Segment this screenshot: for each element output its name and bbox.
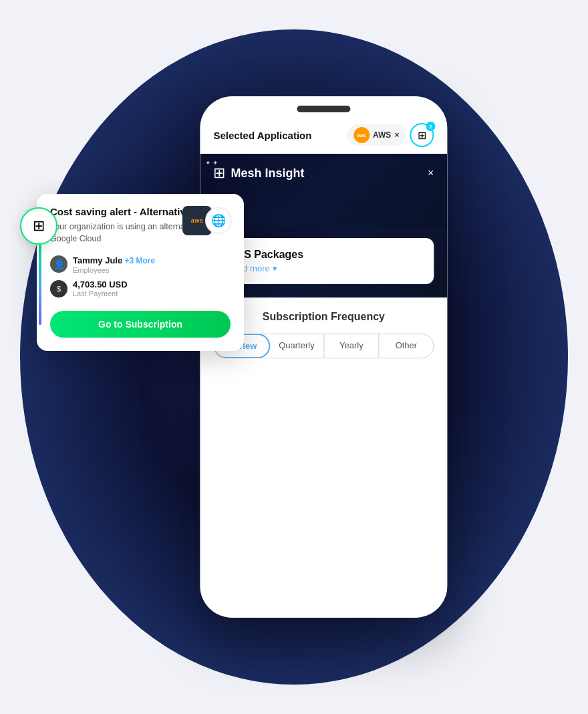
freq-tabs: Review Quarterly Yearly Other: [213, 334, 434, 358]
payment-info: 4,703.50 USD Last Payment: [73, 279, 128, 298]
card-user-name-row: Tammy Jule +3 More: [73, 254, 155, 266]
payment-amount: 4,703.50 USD: [73, 279, 128, 289]
aws-chip[interactable]: aws AWS ×: [347, 124, 406, 146]
app-chips: aws AWS × ⊞ 2: [347, 123, 434, 147]
gcloud-badge-icon: 🌐: [205, 207, 232, 234]
plus-more: +3 More: [122, 256, 155, 265]
phone-notch: [297, 106, 350, 112]
go-to-subscription-button[interactable]: Go to Subscription: [50, 311, 231, 338]
selected-app-header: Selected Application aws AWS × ⊞ 2: [200, 112, 447, 154]
aws-chip-label: AWS: [373, 130, 391, 140]
freq-tab-other[interactable]: Other: [379, 334, 433, 358]
chevron-down-icon: ▾: [273, 263, 277, 273]
subscription-freq-title: Subscription Frequency: [213, 311, 434, 323]
selected-app-title: Selected Application: [213, 130, 311, 141]
app-stack-icon[interactable]: ⊞ 2: [410, 123, 434, 147]
user-role: Employees: [73, 266, 155, 274]
card-payment-row: $ 4,703.50 USD Last Payment: [50, 279, 231, 298]
user-info: Tammy Jule +3 More Employees: [73, 254, 155, 274]
left-stack-icon: ⊞: [33, 217, 45, 235]
aws-badge-label: aws: [191, 217, 204, 224]
scene: Selected Application aws AWS × ⊞ 2: [0, 0, 588, 714]
mesh-close-button[interactable]: ×: [428, 167, 434, 179]
aws-logo-icon: aws: [353, 127, 370, 143]
card-user-row: 👤 Tammy Jule +3 More Employees: [50, 254, 231, 274]
chip-close[interactable]: ×: [394, 130, 399, 140]
user-avatar-icon: 👤: [50, 255, 67, 273]
mesh-title-row: ⊞ Mesh Insight: [213, 164, 304, 182]
mesh-title: Mesh Insight: [231, 166, 304, 181]
stack-badge: 2: [426, 122, 435, 131]
phone-frame: Selected Application aws AWS × ⊞ 2: [200, 96, 447, 618]
phone-content: Selected Application aws AWS × ⊞ 2: [200, 112, 447, 608]
mesh-stack-icon: ⊞: [213, 164, 225, 182]
gcloud-icon: 🌐: [211, 213, 226, 228]
freq-tab-yearly[interactable]: Yearly: [324, 334, 379, 358]
connector-line: [39, 245, 41, 325]
read-more-link[interactable]: Read more ▾: [227, 263, 423, 273]
aws-packages-card: AWS Packages Read more ▾: [213, 238, 434, 284]
left-floating-icon[interactable]: ⊞: [20, 207, 57, 245]
payment-icon: $: [50, 280, 67, 298]
user-name: Tammy Jule: [73, 255, 122, 265]
payment-label: Last Payment: [73, 289, 128, 298]
floating-card: aws 🌐 Cost saving alert - Alternative in…: [37, 194, 244, 351]
mesh-header: ⊞ Mesh Insight ×: [213, 164, 434, 182]
card-logos: aws 🌐: [182, 206, 232, 235]
aws-packages-title: AWS Packages: [227, 249, 423, 261]
freq-tab-quarterly[interactable]: Quarterly: [269, 334, 324, 358]
